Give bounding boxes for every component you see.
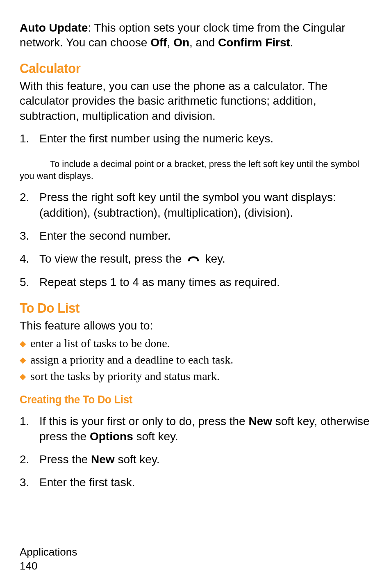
step-number: 3.: [20, 475, 39, 490]
step-number: 4.: [20, 251, 39, 268]
calc-step-4: 4. To view the result, press the key.: [20, 251, 371, 268]
diamond-icon: ◆: [20, 336, 30, 351]
todo-step-1: 1. If this is your first or only to do, …: [20, 414, 371, 445]
options-label: Options: [90, 430, 133, 443]
bullet-text: enter a list of tasks to be done.: [30, 336, 371, 351]
bullet-text: sort the tasks by priority and status ma…: [30, 368, 371, 384]
step-text: If this is your first or only to do, pre…: [39, 414, 371, 445]
auto-update-paragraph: Auto Update: This option sets your clock…: [20, 21, 371, 50]
section-name: Applications: [20, 545, 77, 559]
todo-bullet-3: ◆ sort the tasks by priority and status …: [20, 368, 371, 384]
note-text: To include a decimal point or a bracket,…: [20, 159, 359, 181]
step-text: Enter the first number using the numeric…: [39, 131, 371, 146]
calc-step-1: 1. Enter the first number using the nume…: [20, 131, 371, 146]
creating-todo-heading: Creating the To Do List: [20, 393, 343, 406]
todo-bullet-1: ◆ enter a list of tasks to be done.: [20, 336, 371, 351]
calc-step-5: 5. Repeat steps 1 to 4 as many times as …: [20, 275, 371, 290]
text: To view the result, press the: [39, 252, 185, 265]
auto-update-label: Auto Update: [20, 21, 88, 34]
todo-intro: This feature allows you to:: [20, 318, 371, 333]
page-footer: Applications 140: [20, 545, 77, 573]
text: , and: [189, 36, 218, 49]
step-number: 5.: [20, 275, 39, 290]
phone-key-icon: [187, 252, 200, 267]
page-number: 140: [20, 559, 77, 573]
text: If this is your first or only to do, pre…: [39, 415, 248, 428]
step-number: 2.: [20, 452, 39, 467]
step-number: 2.: [20, 190, 39, 221]
on-label: On: [173, 36, 189, 49]
todo-heading: To Do List: [20, 300, 343, 316]
diamond-icon: ◆: [20, 368, 30, 384]
step-text: Enter the second number.: [39, 228, 371, 244]
step-number: 1.: [20, 131, 39, 146]
confirm-first-label: Confirm First: [218, 36, 290, 49]
step-text: To view the result, press the key.: [39, 251, 371, 268]
diamond-icon: ◆: [20, 352, 30, 368]
step-text: Press the right soft key until the symbo…: [39, 190, 371, 221]
calc-step-3: 3. Enter the second number.: [20, 228, 371, 244]
text: ,: [167, 36, 174, 49]
todo-step-3: 3. Enter the first task.: [20, 475, 371, 490]
text: Press the: [39, 453, 91, 466]
step-number: 3.: [20, 228, 39, 244]
step-text: Enter the first task.: [39, 475, 371, 490]
todo-step-2: 2. Press the New soft key.: [20, 452, 371, 467]
todo-bullet-2: ◆ assign a priority and a deadline to ea…: [20, 352, 371, 368]
step-text: Press the New soft key.: [39, 452, 371, 467]
calculator-note: To include a decimal point or a bracket,…: [20, 158, 371, 182]
new-label: New: [91, 453, 115, 466]
text: .: [290, 36, 293, 49]
off-label: Off: [150, 36, 167, 49]
calc-step-2: 2. Press the right soft key until the sy…: [20, 190, 371, 221]
step-text: Repeat steps 1 to 4 as many times as req…: [39, 275, 371, 290]
text: soft key.: [115, 453, 160, 466]
text: key.: [205, 252, 225, 265]
bullet-text: assign a priority and a deadline to each…: [30, 352, 371, 368]
step-number: 1.: [20, 414, 39, 445]
calculator-heading: Calculator: [20, 60, 343, 76]
calculator-intro: With this feature, you can use the phone…: [20, 79, 371, 124]
text: soft key.: [133, 430, 178, 443]
new-label: New: [248, 415, 272, 428]
